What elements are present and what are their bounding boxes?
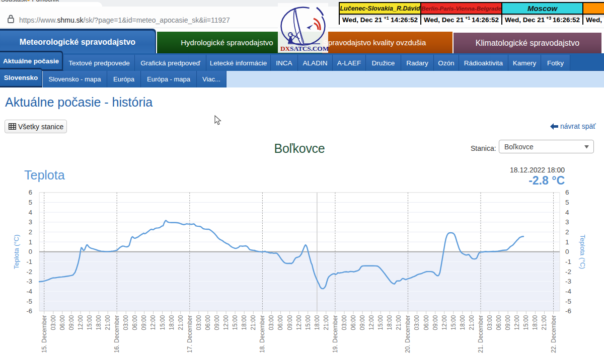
svg-text:15. December: 15. December — [41, 315, 48, 353]
svg-text:12:00: 12:00 — [368, 315, 375, 330]
svg-text:03:00: 03:00 — [50, 315, 57, 330]
svg-text:21:00: 21:00 — [323, 315, 330, 330]
svg-text:19. December: 19. December — [332, 315, 339, 353]
svg-text:03:00: 03:00 — [195, 315, 202, 330]
svg-text:12:00: 12:00 — [77, 315, 84, 330]
svg-text:1: 1 — [565, 238, 569, 246]
svg-text:18:00: 18:00 — [386, 315, 393, 330]
svg-text:-2: -2 — [26, 268, 32, 276]
svg-text:-1: -1 — [565, 258, 571, 265]
svg-text:06:00: 06:00 — [423, 315, 430, 330]
svg-text:12:00: 12:00 — [513, 315, 520, 330]
svg-text:06:00: 06:00 — [204, 315, 211, 330]
svg-text:21:00: 21:00 — [104, 315, 111, 330]
svg-text:1: 1 — [29, 238, 32, 246]
svg-text:15:00: 15:00 — [159, 315, 166, 330]
svg-text:15:00: 15:00 — [522, 315, 530, 330]
svg-text:12:00: 12:00 — [150, 315, 157, 330]
svg-text:12:00: 12:00 — [295, 315, 303, 330]
svg-text:15:00: 15:00 — [86, 315, 93, 330]
svg-text:16. December: 16. December — [113, 315, 120, 353]
svg-text:-2: -2 — [565, 268, 571, 276]
svg-text:6: 6 — [29, 189, 32, 196]
svg-text:18:00: 18:00 — [241, 315, 248, 330]
svg-text:-5: -5 — [26, 298, 32, 305]
svg-text:3: 3 — [29, 218, 32, 226]
svg-text:15:00: 15:00 — [232, 315, 239, 330]
svg-text:Teplota (°C): Teplota (°C) — [13, 234, 20, 269]
svg-text:15:00: 15:00 — [305, 315, 312, 330]
svg-text:22. December: 22. December — [550, 315, 557, 353]
svg-text:Teplota (°C): Teplota (°C) — [579, 234, 586, 269]
svg-text:03:00: 03:00 — [122, 315, 129, 330]
svg-text:06:00: 06:00 — [277, 315, 284, 330]
svg-text:15:00: 15:00 — [450, 315, 457, 330]
svg-text:18:00: 18:00 — [459, 315, 466, 330]
svg-text:3: 3 — [565, 218, 569, 226]
svg-text:21:00: 21:00 — [541, 315, 548, 330]
svg-text:5: 5 — [29, 199, 32, 206]
svg-text:06:00: 06:00 — [59, 315, 66, 330]
svg-text:21:00: 21:00 — [395, 315, 402, 330]
svg-text:21:00: 21:00 — [177, 315, 184, 330]
svg-text:03:00: 03:00 — [268, 315, 275, 330]
svg-text:DXSATCS.COM: DXSATCS.COM — [280, 45, 328, 52]
svg-text:15:00: 15:00 — [377, 315, 384, 330]
svg-text:09:00: 09:00 — [141, 315, 148, 330]
svg-text:09:00: 09:00 — [504, 315, 511, 330]
svg-text:06:00: 06:00 — [131, 315, 138, 330]
svg-text:17. December: 17. December — [186, 315, 193, 353]
svg-text:03:00: 03:00 — [341, 315, 348, 330]
svg-text:-4: -4 — [26, 288, 32, 295]
svg-text:09:00: 09:00 — [359, 315, 366, 330]
svg-text:2: 2 — [565, 228, 569, 236]
svg-text:-6: -6 — [565, 307, 571, 315]
svg-text:0: 0 — [565, 248, 569, 255]
svg-text:18:00: 18:00 — [168, 315, 175, 330]
svg-text:-4: -4 — [565, 288, 571, 295]
svg-text:21:00: 21:00 — [468, 315, 475, 330]
svg-text:2: 2 — [29, 228, 32, 236]
svg-text:18:00: 18:00 — [95, 315, 102, 330]
svg-text:-3: -3 — [26, 278, 32, 285]
svg-text:-1: -1 — [26, 258, 32, 265]
svg-text:-5: -5 — [565, 298, 571, 305]
svg-text:4: 4 — [29, 209, 32, 216]
svg-text:18. December: 18. December — [259, 315, 266, 353]
svg-text:-3: -3 — [565, 278, 571, 285]
svg-text:09:00: 09:00 — [68, 315, 75, 330]
svg-text:0: 0 — [29, 248, 32, 255]
svg-text:12:00: 12:00 — [441, 315, 448, 330]
svg-text:03:00: 03:00 — [486, 315, 493, 330]
svg-text:09:00: 09:00 — [286, 315, 293, 330]
svg-text:6: 6 — [565, 189, 569, 196]
svg-text:20. December: 20. December — [405, 315, 412, 353]
svg-text:06:00: 06:00 — [495, 315, 502, 330]
svg-text:09:00: 09:00 — [432, 315, 439, 330]
svg-text:06:00: 06:00 — [350, 315, 357, 330]
svg-text:03:00: 03:00 — [414, 315, 421, 330]
svg-text:21. December: 21. December — [477, 315, 484, 353]
svg-text:4: 4 — [565, 209, 569, 216]
svg-text:18:00: 18:00 — [314, 315, 321, 330]
svg-text:5: 5 — [565, 199, 569, 206]
svg-text:18:00: 18:00 — [532, 315, 539, 330]
svg-text:12:00: 12:00 — [222, 315, 230, 330]
svg-text:21:00: 21:00 — [250, 315, 257, 330]
svg-text:09:00: 09:00 — [213, 315, 220, 330]
svg-text:-6: -6 — [26, 307, 32, 315]
